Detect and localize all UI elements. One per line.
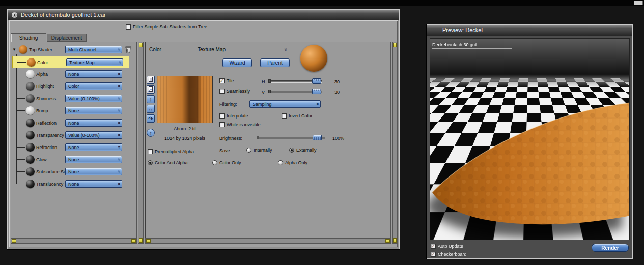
shader-type-dropdown[interactable]: Multi Channel » [65, 46, 122, 53]
premultiplied-alpha-checkbox[interactable]: Premultiplied Alpha [148, 149, 194, 155]
scroll-down-button[interactable] [393, 238, 397, 243]
scroll-up-button[interactable] [139, 43, 143, 47]
shader-sphere-icon [26, 131, 35, 139]
tree-horizontal-scrollbar[interactable] [11, 238, 137, 244]
editor-vertical-scrollbar[interactable] [392, 42, 398, 244]
tree-row-label: Top Shader [29, 47, 52, 52]
white-invisible-checkbox[interactable]: White is invisible [219, 122, 261, 128]
shader-type-dropdown[interactable]: None » [65, 119, 122, 127]
save-internally-radio[interactable]: Internally [246, 148, 272, 153]
tree-row-label: Translucency [36, 182, 63, 187]
shader-editor-window: Deckel of chembalo geöffnet 1.car Filter… [7, 9, 400, 249]
checkbox-label: White is invisible [227, 122, 261, 128]
invert-color-checkbox[interactable]: Invert Color [282, 113, 313, 119]
tree-vertical-scrollbar[interactable] [138, 42, 144, 244]
tree-row-bump[interactable]: Bump None » [12, 105, 136, 117]
disclosure-open-icon[interactable]: ▼ [12, 47, 16, 52]
shader-sphere-icon [26, 106, 35, 115]
tree-row-reflection[interactable]: Reflection None » [12, 117, 136, 129]
scroll-down-button[interactable] [139, 238, 143, 243]
window-menu-icon[interactable] [12, 12, 17, 18]
tree-row-translucency[interactable]: Translucency None » [12, 178, 136, 190]
save-externally-radio[interactable]: Externally [289, 148, 317, 153]
editor-horizontal-scrollbar[interactable] [145, 238, 391, 244]
dropdown-value: None [68, 169, 79, 174]
open-file-button[interactable] [147, 76, 155, 84]
brightness-slider[interactable] [257, 134, 325, 141]
tab-shading[interactable]: Shading [11, 33, 46, 42]
dropdown-value: None [68, 182, 79, 187]
checkbox-label: Interpolate [227, 113, 248, 119]
color-only-radio[interactable]: Color Only [212, 160, 241, 166]
edit-file-button[interactable] [147, 85, 155, 94]
scroll-right-button[interactable] [385, 239, 390, 243]
tab-displacement[interactable]: Displacement [47, 34, 87, 42]
shader-type-chevron-icon[interactable]: » [283, 48, 289, 51]
slider-left-cap [268, 79, 271, 83]
slider-handle[interactable] [313, 135, 322, 140]
filter-subshaders-checkbox[interactable]: Filter Simple Sub-Shaders from Tree [126, 24, 207, 30]
tree-row-shininess[interactable]: Shininess Value (0-100%) » [12, 93, 136, 105]
slider-handle[interactable] [312, 78, 321, 84]
preview-viewport[interactable]: Deckel einfach 60 grd. [430, 38, 630, 240]
shader-type-dropdown[interactable]: Texture Map » [66, 58, 123, 66]
tree-row-label: Transparency [36, 133, 64, 138]
seamlessly-checkbox[interactable]: Seamlessly [219, 89, 250, 94]
texture-filename: Ahorn_2.tif [157, 126, 213, 131]
shader-type-dropdown[interactable]: None » [65, 168, 122, 175]
parent-button[interactable]: Parent [260, 58, 290, 67]
texture-thumbnail[interactable] [157, 76, 213, 123]
tree-row-transparency[interactable]: Transparency Value (0-100%) » [12, 129, 136, 141]
h-tiling-slider[interactable] [268, 78, 322, 84]
shader-type-dropdown[interactable]: Value (0-100%) » [65, 95, 122, 102]
tree-row-subsurface[interactable]: Subsurface Sc None » [12, 166, 136, 178]
alpha-only-radio[interactable]: Alpha Only [278, 160, 307, 166]
render-button[interactable]: Render [592, 244, 629, 252]
preview-titlebar[interactable]: Preview: Deckel [427, 25, 632, 36]
channel-name: Color [149, 47, 161, 52]
scroll-left-button[interactable] [146, 239, 151, 243]
scroll-up-button[interactable] [393, 43, 397, 47]
tree-row-highlight[interactable]: Highlight Color » [12, 80, 136, 93]
auto-update-checkbox[interactable]: ✓ Auto Update [431, 244, 463, 249]
tree-row-color[interactable]: Color Texture Map » [12, 56, 129, 68]
tree-row-alpha[interactable]: Alpha None » [12, 68, 136, 80]
chevron-down-icon: » [117, 122, 121, 124]
tree-row-glow[interactable]: Glow None » [12, 154, 136, 166]
window-titlebar[interactable]: Deckel of chembalo geöffnet 1.car [8, 10, 399, 20]
radio-button [278, 160, 283, 165]
tile-checkbox[interactable]: ✓ Tile [219, 78, 234, 84]
shader-type-dropdown[interactable]: None » [65, 180, 122, 188]
shader-type-dropdown[interactable]: None » [65, 143, 122, 151]
tree-row-label: Alpha [36, 72, 48, 77]
chevron-down-icon: » [118, 61, 122, 64]
tree-row-label: Refraction [36, 145, 57, 150]
rotate-button[interactable]: ↷ [147, 114, 155, 123]
shader-type-dropdown[interactable]: Color » [65, 82, 122, 90]
shader-type-dropdown[interactable]: Value (0-100%) » [65, 131, 122, 139]
shader-type-dropdown[interactable]: None » [65, 70, 122, 78]
shader-tree-panel: ▼ Top Shader Multi Channel » [11, 42, 137, 238]
v-tiling-slider[interactable] [268, 88, 322, 95]
checkerboard-checkbox[interactable]: ✓ Checkerboard [431, 252, 467, 257]
edit-file-icon [148, 86, 154, 92]
check-icon: ✓ [220, 78, 224, 83]
scroll-right-button[interactable] [131, 239, 136, 243]
shader-type-dropdown[interactable]: None » [65, 156, 122, 163]
wizard-button[interactable]: Wizard [222, 58, 252, 67]
color-and-alpha-radio[interactable]: Color And Alpha [148, 160, 188, 166]
tree-row-label: Reflection [36, 121, 57, 126]
tree-row-refraction[interactable]: Refraction None » [12, 141, 136, 154]
filtering-dropdown[interactable]: Sampling » [249, 100, 321, 108]
tree-row-top-shader[interactable]: ▼ Top Shader Multi Channel » [12, 44, 136, 56]
flip-horizontal-button[interactable]: ↔ [147, 105, 155, 113]
shader-type-dropdown[interactable]: None » [65, 107, 122, 114]
interpolate-checkbox[interactable]: Interpolate [219, 113, 248, 119]
tree-row-label: Glow [36, 157, 47, 162]
scroll-left-button[interactable] [12, 239, 16, 243]
flip-vertical-button[interactable]: ↕ [147, 95, 155, 103]
desktop-scroll-chip[interactable] [634, 1, 643, 5]
checkbox-label: Checkerboard [438, 252, 467, 257]
delete-shader-button[interactable] [124, 45, 132, 54]
slider-handle[interactable] [312, 89, 321, 94]
